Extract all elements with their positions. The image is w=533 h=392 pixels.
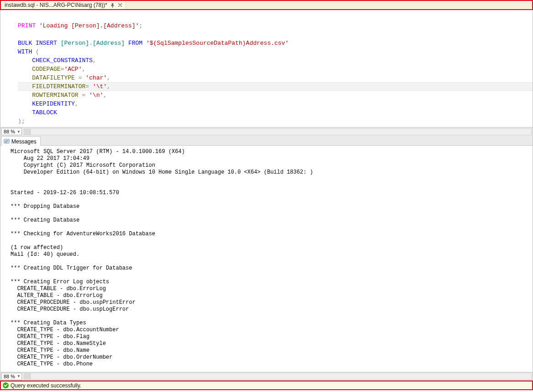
messages-icon [4, 138, 10, 144]
code-content: PRINT 'Loading [Person].[Address]'; BULK… [18, 13, 289, 126]
zoom-select-2[interactable]: 88 % ▼ [1, 373, 22, 380]
scroll-left-nub-2[interactable] [24, 373, 31, 379]
tab-messages[interactable]: Messages [1, 136, 41, 146]
zoom-value-2: 88 % [4, 374, 15, 379]
editor-wrap: PRINT 'Loading [Person].[Address]'; BULK… [0, 10, 533, 381]
zoom-value: 88 % [4, 129, 15, 134]
horizontal-scrollbar[interactable] [24, 128, 532, 135]
horizontal-scrollbar-2[interactable] [24, 373, 532, 380]
close-icon[interactable] [118, 3, 123, 8]
scroll-left-nub[interactable] [24, 129, 31, 135]
chevron-down-icon: ▼ [17, 374, 21, 378]
status-bar: Query executed successfully. [0, 381, 533, 390]
editor-gutter [0, 10, 18, 127]
sql-editor[interactable]: PRINT 'Loading [Person].[Address]'; BULK… [0, 10, 533, 127]
editor-zoom-bar: 88 % ▼ [0, 127, 533, 136]
results-tab-strip: Messages [0, 136, 533, 146]
success-check-icon [3, 382, 9, 388]
document-tab-title: instawdb.sql - NIS...ARG-PC\Nisarg (78))… [5, 2, 107, 8]
pin-icon[interactable] [110, 3, 115, 8]
zoom-select[interactable]: 88 % ▼ [1, 128, 22, 135]
document-tab-active[interactable]: instawdb.sql - NIS...ARG-PC\Nisarg (78))… [1, 1, 126, 9]
document-tab-strip: instawdb.sql - NIS...ARG-PC\Nisarg (78))… [0, 0, 533, 10]
messages-pane[interactable]: Microsoft SQL Server 2017 (RTM) - 14.0.1… [0, 146, 533, 372]
svg-rect-0 [4, 139, 9, 143]
tab-messages-label: Messages [11, 138, 37, 145]
messages-zoom-bar: 88 % ▼ [0, 372, 533, 381]
chevron-down-icon: ▼ [17, 130, 21, 134]
status-text: Query executed successfully. [11, 382, 81, 389]
